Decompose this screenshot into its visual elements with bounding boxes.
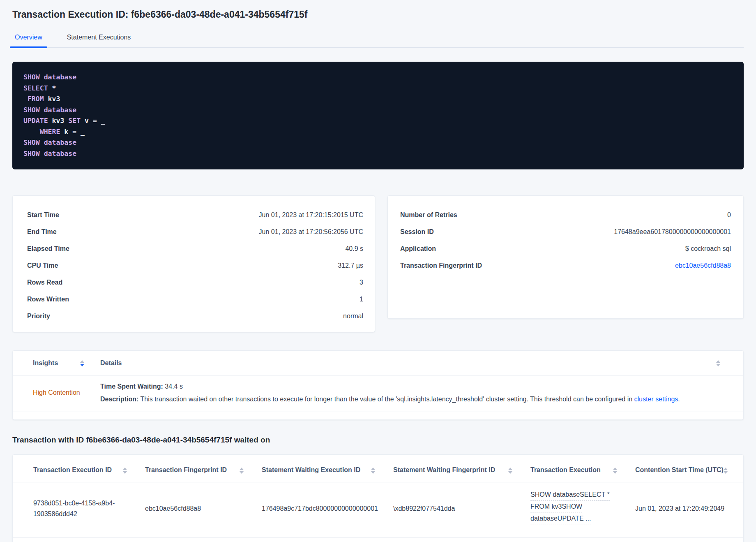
summary-row-end-time: End Time Jun 01, 2023 at 17:20:56:2056 U… <box>27 223 363 240</box>
column-label[interactable]: Statement Waiting Execution ID <box>262 466 360 476</box>
row-value: 1 <box>360 295 363 303</box>
sort-desc-icon <box>123 471 127 474</box>
row-label: Start Time <box>27 211 59 219</box>
sql-text: * <box>48 84 56 92</box>
transaction-fingerprint-link[interactable]: ebc10ae56cfd88a8 <box>675 261 731 270</box>
tab-statement-executions[interactable]: Statement Executions <box>65 34 134 47</box>
sort-arrows-icon[interactable] <box>613 468 617 474</box>
sort-desc-icon <box>716 364 720 366</box>
session-summary-card: Number of Retries 0 Session ID 17648a9ee… <box>387 195 744 319</box>
sort-desc-icon <box>240 471 244 474</box>
column-header-txn-execution-id: Transaction Execution ID <box>33 466 145 476</box>
description-text: This transaction waited on other transac… <box>138 396 634 403</box>
sql-keyword: UPDATE <box>23 117 48 125</box>
insights-table-card: Insights Details High Contention Time Sp… <box>12 350 744 420</box>
sort-arrows-icon[interactable] <box>724 468 728 474</box>
sql-keyword: SHOW database <box>23 106 76 114</box>
sort-arrows-icon[interactable] <box>80 360 84 366</box>
sql-line: FROM kv3 <box>23 94 733 105</box>
insight-details: Time Spent Waiting: 34.4 s Description: … <box>100 382 731 403</box>
column-label[interactable]: Transaction Fingerprint ID <box>145 466 227 476</box>
transaction-details-page: Transaction Execution ID: f6be6366-da03-… <box>0 0 756 542</box>
sql-keyword: SHOW database <box>23 150 76 158</box>
description-line: Description: This transaction waited on … <box>100 395 731 403</box>
statement-link[interactable]: FROM kv3SHOW <box>530 503 582 512</box>
insights-column-label[interactable]: Insights <box>33 359 58 369</box>
sort-arrows-icon[interactable] <box>123 468 127 474</box>
row-label: Session ID <box>400 227 434 236</box>
insight-type-label: High Contention <box>33 389 100 396</box>
cluster-settings-link[interactable]: cluster settings <box>634 396 678 403</box>
summary-row-priority: Priority normal <box>27 308 363 324</box>
row-value: Jun 01, 2023 at 17:20:56:2056 UTC <box>259 227 363 236</box>
sql-keyword: WHERE <box>40 128 60 136</box>
sort-arrows-icon[interactable] <box>508 468 512 474</box>
sort-asc-icon <box>613 468 617 470</box>
summary-row-start-time: Start Time Jun 01, 2023 at 17:20:15:2015… <box>27 206 363 223</box>
row-value: 3 <box>360 278 363 287</box>
sort-asc-icon <box>724 468 728 470</box>
insights-column-header: Insights <box>33 359 100 369</box>
sql-text: kv3 <box>44 95 60 103</box>
time-spent-waiting-line: Time Spent Waiting: 34.4 s <box>100 382 731 391</box>
waited-on-table-header: Transaction Execution ID Transaction Fin… <box>13 455 743 482</box>
column-header-contention-start-time: Contention Start Time (UTC) <box>635 466 735 476</box>
sql-text: k = _ <box>60 128 85 136</box>
description-period: . <box>678 396 680 403</box>
sort-desc-icon <box>724 471 728 474</box>
summary-row-rows-written: Rows Written 1 <box>27 291 363 308</box>
row-value: Jun 01, 2023 at 17:20:15:2015 UTC <box>259 211 363 219</box>
sql-text: kv3 <box>48 117 69 125</box>
column-label[interactable]: Statement Waiting Fingerprint ID <box>393 466 495 476</box>
cell-stmt-waiting-execution-id: 176498a9c717bdc80000000000000001 <box>262 503 393 514</box>
sql-line: SHOW database <box>23 148 733 160</box>
sql-line: UPDATE kv3 SET v = _ <box>23 116 733 127</box>
sort-asc-icon <box>371 468 375 470</box>
sql-line: SELECT * <box>23 83 733 94</box>
sort-asc-icon <box>123 468 127 470</box>
summary-row-session-id: Session ID 17648a9eea6017800000000000000… <box>400 223 731 240</box>
waited-on-table-card: Transaction Execution ID Transaction Fin… <box>12 454 744 542</box>
sort-asc-icon <box>240 468 244 470</box>
column-label[interactable]: Transaction Execution ID <box>33 466 112 476</box>
timing-summary-card: Start Time Jun 01, 2023 at 17:20:15:2015… <box>12 195 375 332</box>
sort-arrows-icon[interactable] <box>371 468 375 474</box>
waited-on-heading: Transaction with ID f6be6366-da03-48de-a… <box>12 435 744 445</box>
sort-asc-icon <box>80 360 84 363</box>
sort-arrows-icon[interactable] <box>716 360 720 366</box>
statement-link[interactable]: databaseUPDATE ... <box>530 514 591 524</box>
sort-arrows-icon[interactable] <box>240 468 244 474</box>
waiting-value: 34.4 s <box>163 383 183 390</box>
tab-overview[interactable]: Overview <box>12 34 45 47</box>
sql-line: SHOW database <box>23 137 733 148</box>
row-value: $ cockroach sql <box>685 244 731 253</box>
column-label[interactable]: Contention Start Time (UTC) <box>635 466 724 476</box>
row-label: CPU Time <box>27 261 58 270</box>
sort-desc-icon <box>613 471 617 474</box>
sql-text: v = _ <box>81 117 105 125</box>
sql-keyword: SHOW database <box>23 139 76 146</box>
sort-desc-icon <box>508 471 512 474</box>
description-label: Description: <box>100 396 138 403</box>
cell-txn-execution-statement-link: SHOW databaseSELECT * FROM kv3SHOW datab… <box>530 491 635 526</box>
sql-text <box>23 128 40 136</box>
sort-asc-icon <box>716 360 720 363</box>
details-column-label[interactable]: Details <box>100 359 122 369</box>
row-label: Rows Written <box>27 295 69 303</box>
cell-txn-fingerprint-id: ebc10ae56cfd88a8 <box>145 503 262 514</box>
column-header-txn-fingerprint-id: Transaction Fingerprint ID <box>145 466 262 476</box>
tab-bar: Overview Statement Executions <box>12 34 744 48</box>
column-label[interactable]: Transaction Execution <box>530 466 601 476</box>
sql-line: WHERE k = _ <box>23 127 733 138</box>
page-title: Transaction Execution ID: f6be6366-da03-… <box>12 0 744 20</box>
row-value: 0 <box>727 211 731 219</box>
sort-asc-icon <box>508 468 512 470</box>
sql-text <box>23 95 28 103</box>
summary-row-elapsed-time: Elapsed Time 40.9 s <box>27 240 363 257</box>
sql-keyword: FROM <box>28 95 44 103</box>
summary-row-retries: Number of Retries 0 <box>400 206 731 223</box>
statement-link[interactable]: SHOW databaseSELECT * <box>530 491 610 500</box>
row-value: 17648a9eea6017800000000000000001 <box>614 227 731 236</box>
row-label: Priority <box>27 312 50 320</box>
cell-txn-execution-id: 9738d051-bc0e-4158-a9b4-1903586ddd42 <box>33 498 145 519</box>
